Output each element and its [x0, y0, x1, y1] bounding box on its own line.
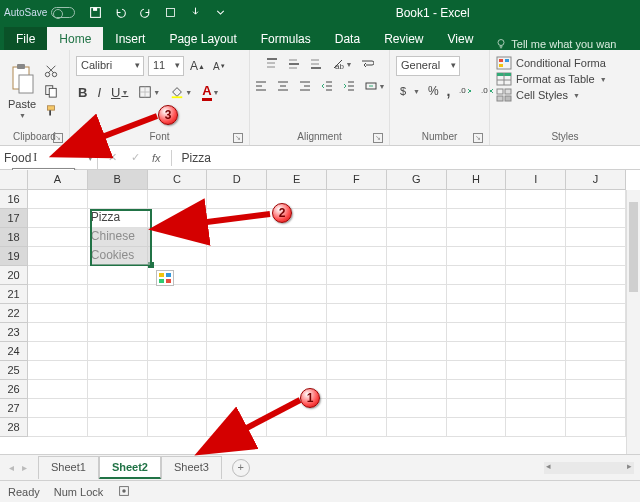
row-header[interactable]: 17 [0, 209, 28, 228]
cell[interactable] [566, 285, 626, 304]
conditional-formatting-button[interactable]: Conditional Forma [496, 56, 606, 70]
cell[interactable] [566, 418, 626, 437]
column-header[interactable]: F [327, 170, 387, 190]
cell[interactable] [566, 342, 626, 361]
save-icon[interactable] [87, 5, 104, 20]
cell[interactable] [327, 247, 387, 266]
undo-icon[interactable] [112, 5, 129, 20]
align-right-button[interactable] [296, 78, 314, 94]
cell[interactable] [267, 285, 327, 304]
sheet-tab[interactable]: Sheet1 [38, 456, 99, 479]
tab-review[interactable]: Review [372, 27, 435, 50]
tab-file[interactable]: File [4, 27, 47, 50]
sheet-tab[interactable]: Sheet2 [99, 456, 161, 479]
row-header[interactable]: 16 [0, 190, 28, 209]
cell[interactable] [447, 228, 507, 247]
cell[interactable] [88, 304, 148, 323]
cell[interactable] [566, 399, 626, 418]
sheet-prev-icon[interactable]: ◂ [6, 460, 17, 475]
cell[interactable] [267, 190, 327, 209]
cell[interactable] [506, 380, 566, 399]
percent-button[interactable]: % [426, 83, 441, 99]
cell[interactable] [327, 380, 387, 399]
cell[interactable] [267, 247, 327, 266]
dialog-launcher-icon[interactable]: ↘ [233, 133, 243, 143]
vertical-scrollbar[interactable] [626, 190, 640, 454]
cell[interactable] [148, 361, 208, 380]
cell[interactable] [566, 380, 626, 399]
cell[interactable] [327, 190, 387, 209]
row-header[interactable]: 18 [0, 228, 28, 247]
align-center-button[interactable] [274, 78, 292, 94]
cell[interactable] [506, 399, 566, 418]
row-header[interactable]: 26 [0, 380, 28, 399]
macro-record-icon[interactable] [117, 484, 131, 500]
cell[interactable] [447, 342, 507, 361]
cell[interactable] [148, 285, 208, 304]
cell[interactable] [327, 399, 387, 418]
worksheet-grid[interactable]: ABCDEFGHIJ 16171819202122232425262728 Pi… [0, 170, 640, 454]
cell[interactable] [387, 190, 447, 209]
cell[interactable] [506, 228, 566, 247]
tab-formulas[interactable]: Formulas [249, 27, 323, 50]
cell[interactable] [267, 418, 327, 437]
cell[interactable] [28, 323, 88, 342]
row-headers[interactable]: 16171819202122232425262728 [0, 190, 28, 437]
cell[interactable] [267, 342, 327, 361]
row-header[interactable]: 25 [0, 361, 28, 380]
cell[interactable] [566, 228, 626, 247]
cell[interactable] [566, 304, 626, 323]
row-header[interactable]: 24 [0, 342, 28, 361]
cell[interactable] [267, 304, 327, 323]
cell[interactable] [28, 361, 88, 380]
cell[interactable] [447, 190, 507, 209]
align-left-button[interactable] [252, 78, 270, 94]
cell[interactable] [267, 266, 327, 285]
redo-icon[interactable] [137, 5, 154, 20]
cell[interactable] [506, 323, 566, 342]
cell[interactable] [566, 190, 626, 209]
cell[interactable] [387, 304, 447, 323]
name-box[interactable]: Food I ▾ [0, 146, 98, 169]
row-header[interactable]: 21 [0, 285, 28, 304]
copy-button[interactable] [42, 83, 60, 99]
column-headers[interactable]: ABCDEFGHIJ [28, 170, 626, 190]
cell[interactable] [88, 342, 148, 361]
cell[interactable] [88, 285, 148, 304]
column-header[interactable]: C [148, 170, 208, 190]
cell[interactable]: Pizza [88, 209, 148, 228]
cell[interactable] [506, 304, 566, 323]
font-size-select[interactable]: 11 [148, 56, 184, 76]
add-sheet-button[interactable]: + [232, 459, 250, 477]
cell[interactable] [387, 285, 447, 304]
sheet-tab[interactable]: Sheet3 [161, 456, 222, 479]
cell[interactable] [506, 361, 566, 380]
font-color-button[interactable]: A▼ [200, 82, 221, 102]
cancel-icon[interactable]: ✕ [106, 150, 119, 165]
cell[interactable] [506, 266, 566, 285]
column-header[interactable]: I [506, 170, 566, 190]
column-header[interactable]: E [267, 170, 327, 190]
cell[interactable] [88, 418, 148, 437]
cell[interactable] [327, 228, 387, 247]
cell[interactable] [327, 418, 387, 437]
cell[interactable] [88, 380, 148, 399]
cell[interactable] [88, 190, 148, 209]
qat-customize-icon[interactable] [212, 5, 229, 20]
cell[interactable] [387, 418, 447, 437]
dialog-launcher-icon[interactable]: ↘ [473, 133, 483, 143]
cell[interactable] [506, 285, 566, 304]
cell[interactable] [28, 380, 88, 399]
select-all-corner[interactable] [0, 170, 28, 190]
cell[interactable] [267, 380, 327, 399]
cell[interactable] [28, 266, 88, 285]
tab-page-layout[interactable]: Page Layout [157, 27, 248, 50]
row-header[interactable]: 22 [0, 304, 28, 323]
align-bottom-button[interactable] [307, 56, 325, 72]
cell[interactable] [566, 323, 626, 342]
enter-icon[interactable]: ✓ [129, 150, 142, 165]
cell[interactable] [207, 228, 267, 247]
cell[interactable] [387, 361, 447, 380]
orientation-button[interactable]: ab▼ [329, 56, 355, 72]
row-header[interactable]: 20 [0, 266, 28, 285]
